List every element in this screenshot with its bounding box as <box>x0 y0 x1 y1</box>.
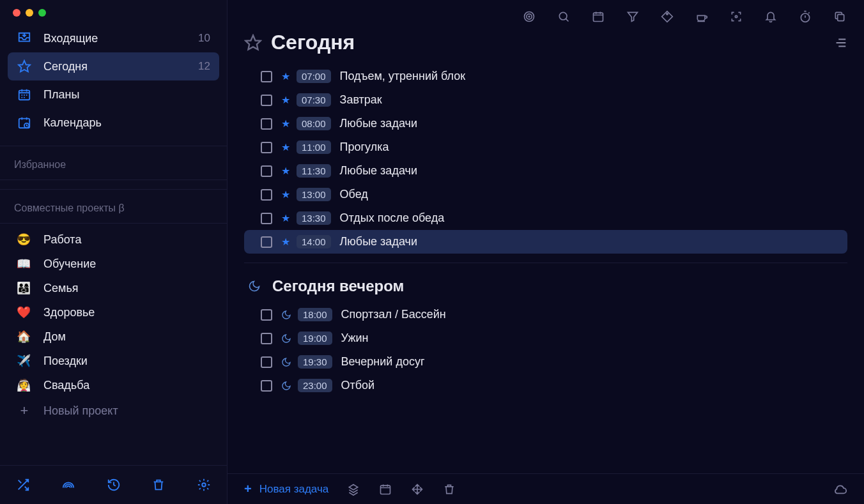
star-icon: ★ <box>281 165 290 177</box>
task-checkbox[interactable] <box>261 380 272 392</box>
favorites-header[interactable]: Избранное <box>0 146 227 180</box>
star-icon: ★ <box>281 94 290 106</box>
star-icon <box>17 59 32 74</box>
project-item[interactable]: 🏠 Дом <box>8 325 219 349</box>
moon-icon <box>281 381 291 391</box>
calendar-icon[interactable] <box>590 9 606 24</box>
task-title: Обед <box>340 188 368 201</box>
task-time: 13:00 <box>297 188 331 201</box>
star-icon: ★ <box>281 236 290 248</box>
trash-icon[interactable] <box>148 475 169 495</box>
task-time: 07:30 <box>297 93 331 107</box>
task-row[interactable]: ★ 11:30 Любые задачи <box>244 159 847 183</box>
task-checkbox[interactable] <box>261 189 272 201</box>
sidebar-footer <box>0 465 227 504</box>
task-time: 13:30 <box>297 211 331 225</box>
shuffle-icon[interactable] <box>13 475 33 495</box>
sidebar: Входящие 10 Сегодня 12 Планы Календарь И… <box>0 0 228 504</box>
new-project-button[interactable]: + Новый проект <box>8 397 219 424</box>
maximize-window-button[interactable] <box>38 9 46 17</box>
task-time: 19:30 <box>298 355 332 369</box>
project-item[interactable]: 👰 Свадьба <box>8 373 219 397</box>
project-emoji: 😎 <box>17 233 32 247</box>
task-row[interactable]: ★ 08:00 Любые задачи <box>244 112 847 135</box>
focus-icon[interactable] <box>729 9 744 24</box>
shared-projects-header[interactable]: Совместные проекты β <box>0 189 227 223</box>
new-task-button[interactable]: + Новая задача <box>244 482 328 496</box>
sidebar-item-count: 10 <box>198 32 210 45</box>
star-outline-icon[interactable] <box>244 34 262 52</box>
sidebar-item-label: Входящие <box>43 32 198 45</box>
task-row[interactable]: 19:00 Ужин <box>244 326 847 350</box>
sidebar-item-label: Календарь <box>43 116 210 130</box>
target-icon[interactable] <box>521 9 537 24</box>
task-title: Завтрак <box>340 93 382 107</box>
star-icon: ★ <box>281 188 290 201</box>
minimize-window-button[interactable] <box>26 9 33 17</box>
task-time: 18:00 <box>298 308 332 321</box>
svg-rect-9 <box>594 13 603 21</box>
task-title: Спортзал / Бассейн <box>341 308 446 321</box>
task-checkbox[interactable] <box>261 118 272 130</box>
sidebar-item-today[interactable]: Сегодня 12 <box>8 52 219 80</box>
copy-icon[interactable] <box>832 9 847 24</box>
schedule-icon[interactable] <box>378 482 392 496</box>
project-item[interactable]: ✈️ Поездки <box>8 349 219 373</box>
task-checkbox[interactable] <box>261 213 272 224</box>
delete-icon[interactable] <box>442 482 456 496</box>
history-icon[interactable] <box>104 475 124 495</box>
window-controls <box>0 0 227 19</box>
cloud-icon[interactable] <box>833 482 847 496</box>
task-checkbox[interactable] <box>261 71 272 82</box>
task-title: Ужин <box>341 332 369 345</box>
close-window-button[interactable] <box>13 9 20 17</box>
task-row[interactable]: 19:30 Вечерний досуг <box>244 350 847 374</box>
section-divider <box>244 263 847 263</box>
task-time: 08:00 <box>297 117 331 130</box>
rainbow-icon[interactable] <box>58 475 79 495</box>
bell-icon[interactable] <box>763 9 778 24</box>
task-time: 11:00 <box>297 141 331 154</box>
project-label: Работа <box>43 233 81 247</box>
task-row[interactable]: ★ 07:00 Подъем, утренний блок <box>244 65 847 88</box>
task-row[interactable]: ★ 14:00 Любые задачи <box>244 230 847 254</box>
task-row[interactable]: 18:00 Спортзал / Бассейн <box>244 303 847 326</box>
stopwatch-icon[interactable] <box>798 9 813 24</box>
moon-icon <box>281 357 291 367</box>
task-checkbox[interactable] <box>261 333 272 344</box>
sidebar-item-plans[interactable]: Планы <box>8 80 219 109</box>
project-item[interactable]: 👨‍👩‍👧 Семья <box>8 276 219 300</box>
search-icon[interactable] <box>556 9 571 24</box>
task-row[interactable]: 23:00 Отбой <box>244 374 847 397</box>
new-project-label: Новый проект <box>43 404 118 418</box>
moon-icon <box>248 280 261 293</box>
sidebar-item-inbox[interactable]: Входящие 10 <box>8 24 219 52</box>
page-title: Сегодня <box>271 31 833 54</box>
list-menu-icon[interactable] <box>833 36 847 50</box>
task-checkbox[interactable] <box>261 95 272 106</box>
task-checkbox[interactable] <box>261 142 272 153</box>
settings-icon[interactable] <box>194 475 214 495</box>
svg-marker-14 <box>245 35 260 49</box>
coffee-icon[interactable] <box>694 9 709 24</box>
move-icon[interactable] <box>410 482 424 496</box>
task-row[interactable]: ★ 13:30 Отдых после обеда <box>244 206 847 230</box>
task-title: Отдых после обеда <box>340 211 445 225</box>
task-checkbox[interactable] <box>261 236 272 248</box>
top-toolbar <box>228 0 864 24</box>
layers-icon[interactable] <box>346 482 360 496</box>
task-row[interactable]: ★ 11:00 Прогулка <box>244 135 847 159</box>
project-item[interactable]: 📖 Обучение <box>8 252 219 276</box>
project-item[interactable]: ❤️ Здоровье <box>8 300 219 325</box>
task-row[interactable]: ★ 13:00 Обед <box>244 183 847 206</box>
svg-point-8 <box>559 12 567 20</box>
task-checkbox[interactable] <box>261 309 272 321</box>
sidebar-item-calendar[interactable]: Календарь <box>8 109 219 137</box>
project-item[interactable]: 😎 Работа <box>8 227 219 252</box>
task-row[interactable]: ★ 07:30 Завтрак <box>244 88 847 112</box>
task-checkbox[interactable] <box>261 165 272 177</box>
tag-icon[interactable] <box>660 9 675 24</box>
project-emoji: 👰 <box>17 378 32 392</box>
task-checkbox[interactable] <box>261 356 272 368</box>
filter-icon[interactable] <box>625 9 640 24</box>
